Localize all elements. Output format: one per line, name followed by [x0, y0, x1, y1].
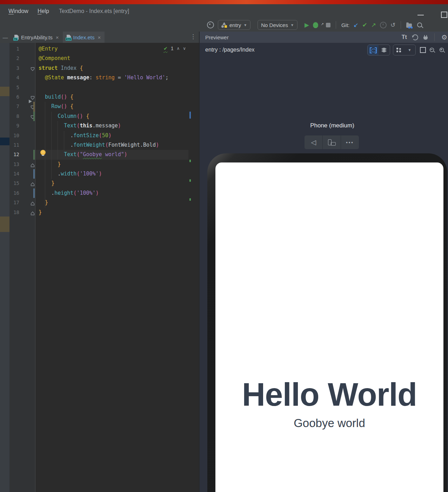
editor-tab-bar: — TSEntryAbility.ts×ETSIndex.ets×: [0, 32, 199, 43]
code-line[interactable]: .height('100%'): [35, 188, 188, 198]
marker-block: [0, 87, 9, 96]
locate-icon[interactable]: [207, 21, 214, 28]
run-gutter-icon[interactable]: [29, 100, 32, 103]
fold-close-icon[interactable]: [31, 181, 35, 186]
code-line[interactable]: .fontSize(50): [35, 131, 188, 140]
gutter-row: 11: [9, 140, 35, 150]
code-line[interactable]: .width('100%'): [35, 169, 188, 179]
inspect-mode-button[interactable]: [368, 45, 379, 55]
project-structure-icon[interactable]: [406, 24, 412, 28]
title-bar: WindowHelp TextDemo - Index.ets [entry]: [0, 4, 448, 19]
component-dropdown-button[interactable]: ▼: [404, 45, 415, 55]
refresh-icon[interactable]: [412, 34, 418, 40]
font-settings-icon[interactable]: Tt: [402, 34, 407, 40]
gutter-row: 1: [9, 44, 35, 54]
fold-close-icon[interactable]: [31, 211, 35, 215]
code-line[interactable]: }: [35, 208, 188, 217]
rollback-button[interactable]: ↺: [390, 22, 395, 28]
indent-guide: [45, 102, 45, 208]
line-number: 8: [9, 112, 19, 121]
tab-label: EntryAbility.ts: [21, 34, 53, 40]
window-maximize-button[interactable]: [441, 12, 447, 18]
close-tab-icon[interactable]: ×: [98, 34, 101, 40]
code-line[interactable]: build() {: [35, 92, 188, 102]
code-line[interactable]: }: [35, 179, 188, 188]
code-line[interactable]: [35, 83, 188, 92]
window-minimize-button[interactable]: [417, 15, 424, 15]
zoom-out-icon[interactable]: [430, 48, 434, 52]
main-toolbar: entry ▼ No Devices ▼ ▶ ↗ Git: ↙ ✔ ↗ ↺: [0, 18, 448, 32]
line-number: 16: [9, 188, 19, 198]
preview-back-button[interactable]: ◁: [305, 135, 322, 149]
code-editor[interactable]: 123456789101112131415161718 @Entry@Compo…: [0, 43, 199, 492]
settings-gear-icon[interactable]: ⚙: [441, 33, 447, 41]
menu-window[interactable]: Window: [8, 8, 28, 14]
code-line[interactable]: }: [35, 198, 188, 207]
editor-gutter: 123456789101112131415161718: [9, 43, 35, 492]
line-number: 3: [9, 64, 19, 73]
rotate-device-button[interactable]: [322, 135, 341, 149]
more-dots-icon: •••: [346, 140, 354, 145]
tab-index-ets[interactable]: ETSIndex.ets×: [63, 32, 105, 43]
tab-entryability-ts[interactable]: TSEntryAbility.ts×: [11, 32, 63, 43]
close-tab-icon[interactable]: ×: [56, 34, 59, 40]
run-button[interactable]: ▶: [305, 22, 309, 28]
chevron-down-icon: ▼: [243, 23, 247, 27]
gutter-row: 8: [9, 112, 35, 121]
code-line[interactable]: struct Index {: [35, 64, 188, 73]
tab-options-kebab-icon[interactable]: ⋮: [190, 33, 196, 40]
inspection-widget[interactable]: ✔ 1 ∧ ∨: [163, 45, 186, 52]
device-selector-dropdown[interactable]: No Devices ▼: [258, 20, 297, 30]
fold-close-icon[interactable]: [31, 201, 35, 205]
fit-frame-icon[interactable]: [420, 47, 426, 53]
git-label: Git:: [341, 22, 349, 28]
prev-problem-icon[interactable]: ∧: [177, 46, 180, 51]
component-grid-button[interactable]: [393, 45, 404, 55]
git-commit-button[interactable]: ✔: [362, 22, 367, 28]
desktop-wallpaper-strip: [0, 0, 448, 4]
line-number: 15: [9, 179, 19, 188]
fold-open-icon[interactable]: [31, 66, 35, 71]
previewer-subheader: entry : /pages/Index ▼: [200, 43, 448, 57]
fold-close-icon[interactable]: [31, 162, 35, 167]
layers-mode-button[interactable]: [379, 45, 389, 55]
attach-arrow-icon: ↗: [321, 22, 324, 26]
chevron-down-icon: ▼: [290, 23, 294, 27]
git-push-button[interactable]: ↗: [371, 22, 376, 28]
code-line[interactable]: Row() {: [35, 102, 188, 111]
file-type-badge: ETS: [66, 38, 72, 41]
code-line[interactable]: Text("Goobye world"): [35, 150, 188, 159]
intention-bulb-icon[interactable]: [40, 150, 46, 155]
code-line[interactable]: .fontWeight(FontWeight.Bold): [35, 140, 188, 150]
more-options-button[interactable]: •••: [341, 135, 359, 149]
code-area[interactable]: @Entry@Componentstruct Index { @State me…: [35, 43, 188, 492]
code-line[interactable]: @Component: [35, 54, 188, 63]
inspection-check-icon: ✔: [163, 46, 168, 51]
stop-button[interactable]: [326, 23, 330, 27]
debug-button[interactable]: [313, 22, 318, 28]
previewer-title: Previewer: [205, 34, 229, 40]
fold-open-icon[interactable]: [31, 95, 35, 99]
toolbar-separator: [336, 21, 336, 29]
history-icon[interactable]: [380, 22, 387, 28]
search-everywhere-icon[interactable]: [417, 22, 422, 27]
run-configuration-dropdown[interactable]: entry ▼: [218, 20, 250, 30]
code-line[interactable]: Column() {: [35, 112, 188, 121]
code-line[interactable]: }: [35, 160, 188, 169]
menu-bar: WindowHelp: [8, 4, 49, 18]
file-icon: ETS: [67, 35, 71, 40]
gutter-row: 2: [9, 54, 35, 63]
git-update-button[interactable]: ↙: [353, 22, 358, 28]
code-line[interactable]: Text(this.message): [35, 121, 188, 131]
zoom-in-icon[interactable]: [440, 48, 444, 52]
hide-tabs-icon[interactable]: —: [0, 32, 11, 43]
window-title: TextDemo - Index.ets [entry]: [59, 4, 129, 18]
menu-help[interactable]: Help: [38, 8, 49, 14]
gutter-row: 12: [9, 150, 35, 159]
previewer-header: Previewer Tt ⚙: [200, 32, 448, 43]
scrollbar-change-mark: [189, 160, 191, 162]
plugin-connect-icon[interactable]: [423, 36, 428, 40]
phone-mockup: Hello World Goobye world: [207, 153, 447, 492]
code-line[interactable]: @State message: string = 'Hello World';: [35, 73, 188, 82]
next-problem-icon[interactable]: ∨: [183, 46, 186, 51]
